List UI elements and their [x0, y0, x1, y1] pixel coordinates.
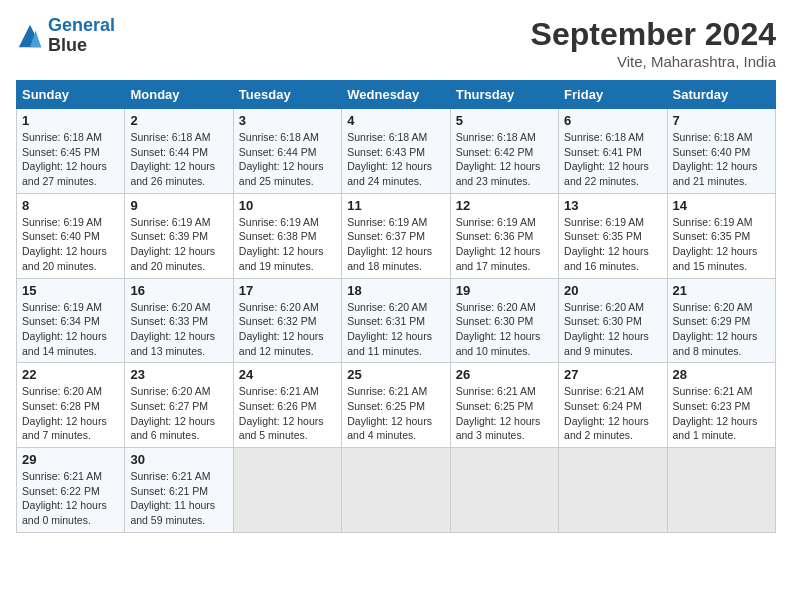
- calendar-cell: 3 Sunrise: 6:18 AM Sunset: 6:44 PM Dayli…: [233, 109, 341, 194]
- day-info: Sunrise: 6:19 AM Sunset: 6:37 PM Dayligh…: [347, 215, 444, 274]
- day-number: 14: [673, 198, 770, 213]
- day-number: 9: [130, 198, 227, 213]
- calendar-cell: 27 Sunrise: 6:21 AM Sunset: 6:24 PM Dayl…: [559, 363, 667, 448]
- weekday-header-thursday: Thursday: [450, 81, 558, 109]
- month-title: September 2024: [531, 16, 776, 53]
- calendar-cell: [559, 448, 667, 533]
- day-info: Sunrise: 6:21 AM Sunset: 6:21 PM Dayligh…: [130, 469, 227, 528]
- weekday-header-saturday: Saturday: [667, 81, 775, 109]
- logo-text: General Blue: [48, 16, 115, 56]
- day-info: Sunrise: 6:19 AM Sunset: 6:39 PM Dayligh…: [130, 215, 227, 274]
- day-number: 8: [22, 198, 119, 213]
- calendar-cell: 20 Sunrise: 6:20 AM Sunset: 6:30 PM Dayl…: [559, 278, 667, 363]
- calendar-cell: 29 Sunrise: 6:21 AM Sunset: 6:22 PM Dayl…: [17, 448, 125, 533]
- weekday-header-friday: Friday: [559, 81, 667, 109]
- day-number: 5: [456, 113, 553, 128]
- day-info: Sunrise: 6:19 AM Sunset: 6:36 PM Dayligh…: [456, 215, 553, 274]
- day-info: Sunrise: 6:20 AM Sunset: 6:30 PM Dayligh…: [564, 300, 661, 359]
- calendar-cell: 16 Sunrise: 6:20 AM Sunset: 6:33 PM Dayl…: [125, 278, 233, 363]
- calendar-cell: 18 Sunrise: 6:20 AM Sunset: 6:31 PM Dayl…: [342, 278, 450, 363]
- day-number: 17: [239, 283, 336, 298]
- day-info: Sunrise: 6:21 AM Sunset: 6:25 PM Dayligh…: [347, 384, 444, 443]
- calendar-cell: 26 Sunrise: 6:21 AM Sunset: 6:25 PM Dayl…: [450, 363, 558, 448]
- logo-icon: [16, 22, 44, 50]
- calendar-cell: 25 Sunrise: 6:21 AM Sunset: 6:25 PM Dayl…: [342, 363, 450, 448]
- title-block: September 2024 Vite, Maharashtra, India: [531, 16, 776, 70]
- calendar-cell: [233, 448, 341, 533]
- calendar-cell: 28 Sunrise: 6:21 AM Sunset: 6:23 PM Dayl…: [667, 363, 775, 448]
- day-info: Sunrise: 6:18 AM Sunset: 6:42 PM Dayligh…: [456, 130, 553, 189]
- calendar-cell: [450, 448, 558, 533]
- day-info: Sunrise: 6:20 AM Sunset: 6:33 PM Dayligh…: [130, 300, 227, 359]
- day-info: Sunrise: 6:21 AM Sunset: 6:22 PM Dayligh…: [22, 469, 119, 528]
- day-info: Sunrise: 6:20 AM Sunset: 6:29 PM Dayligh…: [673, 300, 770, 359]
- day-info: Sunrise: 6:18 AM Sunset: 6:40 PM Dayligh…: [673, 130, 770, 189]
- day-number: 16: [130, 283, 227, 298]
- calendar-cell: 22 Sunrise: 6:20 AM Sunset: 6:28 PM Dayl…: [17, 363, 125, 448]
- day-number: 6: [564, 113, 661, 128]
- calendar-cell: 10 Sunrise: 6:19 AM Sunset: 6:38 PM Dayl…: [233, 193, 341, 278]
- day-number: 11: [347, 198, 444, 213]
- day-number: 1: [22, 113, 119, 128]
- day-number: 7: [673, 113, 770, 128]
- calendar-cell: 21 Sunrise: 6:20 AM Sunset: 6:29 PM Dayl…: [667, 278, 775, 363]
- location-subtitle: Vite, Maharashtra, India: [531, 53, 776, 70]
- day-number: 4: [347, 113, 444, 128]
- day-number: 15: [22, 283, 119, 298]
- day-info: Sunrise: 6:20 AM Sunset: 6:31 PM Dayligh…: [347, 300, 444, 359]
- calendar-cell: 24 Sunrise: 6:21 AM Sunset: 6:26 PM Dayl…: [233, 363, 341, 448]
- calendar-cell: 7 Sunrise: 6:18 AM Sunset: 6:40 PM Dayli…: [667, 109, 775, 194]
- calendar-cell: 19 Sunrise: 6:20 AM Sunset: 6:30 PM Dayl…: [450, 278, 558, 363]
- day-number: 21: [673, 283, 770, 298]
- calendar-cell: 13 Sunrise: 6:19 AM Sunset: 6:35 PM Dayl…: [559, 193, 667, 278]
- calendar-cell: [667, 448, 775, 533]
- day-info: Sunrise: 6:20 AM Sunset: 6:30 PM Dayligh…: [456, 300, 553, 359]
- day-info: Sunrise: 6:18 AM Sunset: 6:41 PM Dayligh…: [564, 130, 661, 189]
- calendar-cell: 9 Sunrise: 6:19 AM Sunset: 6:39 PM Dayli…: [125, 193, 233, 278]
- calendar-cell: 15 Sunrise: 6:19 AM Sunset: 6:34 PM Dayl…: [17, 278, 125, 363]
- day-info: Sunrise: 6:20 AM Sunset: 6:32 PM Dayligh…: [239, 300, 336, 359]
- calendar-cell: 8 Sunrise: 6:19 AM Sunset: 6:40 PM Dayli…: [17, 193, 125, 278]
- day-info: Sunrise: 6:19 AM Sunset: 6:35 PM Dayligh…: [673, 215, 770, 274]
- logo: General Blue: [16, 16, 115, 56]
- day-info: Sunrise: 6:18 AM Sunset: 6:43 PM Dayligh…: [347, 130, 444, 189]
- day-number: 27: [564, 367, 661, 382]
- weekday-header-sunday: Sunday: [17, 81, 125, 109]
- day-number: 20: [564, 283, 661, 298]
- calendar-cell: 11 Sunrise: 6:19 AM Sunset: 6:37 PM Dayl…: [342, 193, 450, 278]
- day-info: Sunrise: 6:20 AM Sunset: 6:28 PM Dayligh…: [22, 384, 119, 443]
- day-info: Sunrise: 6:19 AM Sunset: 6:34 PM Dayligh…: [22, 300, 119, 359]
- day-number: 24: [239, 367, 336, 382]
- day-number: 30: [130, 452, 227, 467]
- day-number: 26: [456, 367, 553, 382]
- day-number: 3: [239, 113, 336, 128]
- calendar-cell: [342, 448, 450, 533]
- day-number: 12: [456, 198, 553, 213]
- calendar-cell: 12 Sunrise: 6:19 AM Sunset: 6:36 PM Dayl…: [450, 193, 558, 278]
- day-number: 2: [130, 113, 227, 128]
- calendar-cell: 1 Sunrise: 6:18 AM Sunset: 6:45 PM Dayli…: [17, 109, 125, 194]
- weekday-header-monday: Monday: [125, 81, 233, 109]
- day-info: Sunrise: 6:18 AM Sunset: 6:45 PM Dayligh…: [22, 130, 119, 189]
- calendar-cell: 23 Sunrise: 6:20 AM Sunset: 6:27 PM Dayl…: [125, 363, 233, 448]
- day-info: Sunrise: 6:18 AM Sunset: 6:44 PM Dayligh…: [239, 130, 336, 189]
- day-number: 23: [130, 367, 227, 382]
- calendar-cell: 17 Sunrise: 6:20 AM Sunset: 6:32 PM Dayl…: [233, 278, 341, 363]
- day-number: 10: [239, 198, 336, 213]
- day-number: 19: [456, 283, 553, 298]
- calendar-cell: 6 Sunrise: 6:18 AM Sunset: 6:41 PM Dayli…: [559, 109, 667, 194]
- day-number: 18: [347, 283, 444, 298]
- day-info: Sunrise: 6:21 AM Sunset: 6:24 PM Dayligh…: [564, 384, 661, 443]
- day-number: 25: [347, 367, 444, 382]
- day-info: Sunrise: 6:21 AM Sunset: 6:25 PM Dayligh…: [456, 384, 553, 443]
- day-info: Sunrise: 6:18 AM Sunset: 6:44 PM Dayligh…: [130, 130, 227, 189]
- weekday-header-wednesday: Wednesday: [342, 81, 450, 109]
- calendar-cell: 4 Sunrise: 6:18 AM Sunset: 6:43 PM Dayli…: [342, 109, 450, 194]
- day-info: Sunrise: 6:19 AM Sunset: 6:38 PM Dayligh…: [239, 215, 336, 274]
- day-info: Sunrise: 6:21 AM Sunset: 6:23 PM Dayligh…: [673, 384, 770, 443]
- day-info: Sunrise: 6:21 AM Sunset: 6:26 PM Dayligh…: [239, 384, 336, 443]
- day-info: Sunrise: 6:19 AM Sunset: 6:40 PM Dayligh…: [22, 215, 119, 274]
- day-number: 29: [22, 452, 119, 467]
- calendar-table: SundayMondayTuesdayWednesdayThursdayFrid…: [16, 80, 776, 533]
- calendar-cell: 14 Sunrise: 6:19 AM Sunset: 6:35 PM Dayl…: [667, 193, 775, 278]
